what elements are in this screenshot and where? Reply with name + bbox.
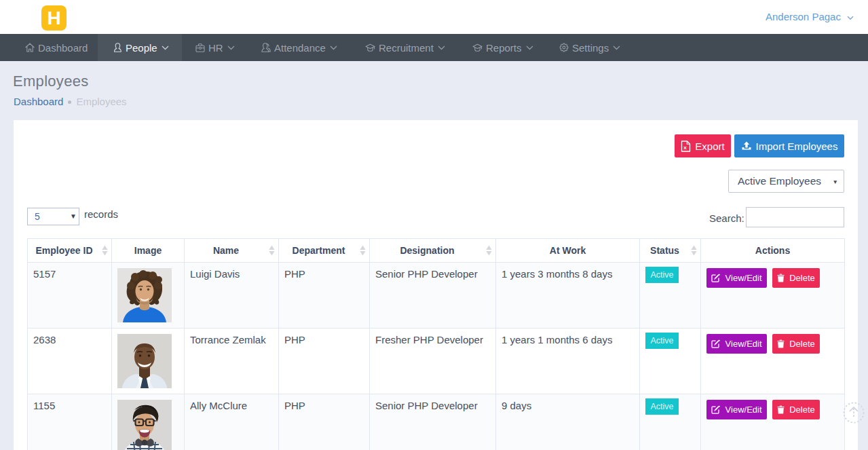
svg-text:x: x <box>684 144 687 150</box>
